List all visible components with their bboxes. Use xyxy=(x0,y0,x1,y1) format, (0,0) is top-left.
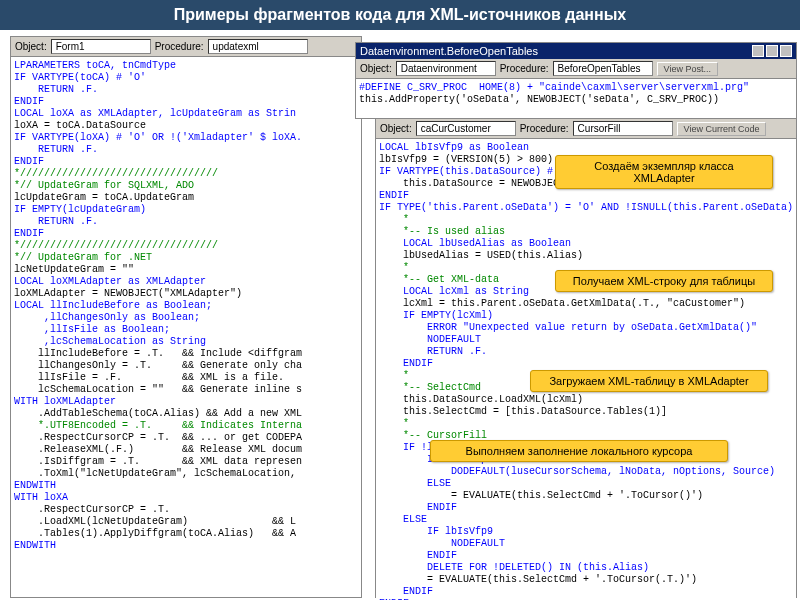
callout-create-xmladapter: Создаём экземпляр класса XMLAdapter xyxy=(555,155,773,189)
titlebar-p2: Dataenvironment.BeforeOpenTables xyxy=(356,43,796,59)
procedure-label: Procedure: xyxy=(155,41,204,52)
callout-load-xml-table: Загружаем XML-таблицу в XMLAdapter xyxy=(530,370,768,392)
procedure-label: Procedure: xyxy=(520,123,569,134)
object-label: Object: xyxy=(15,41,47,52)
object-combo[interactable]: Form1 xyxy=(51,39,151,54)
code-panel-left: Object: Form1 Procedure: updatexml LPARA… xyxy=(10,36,362,598)
procedure-label: Procedure: xyxy=(500,63,549,74)
close-icon[interactable] xyxy=(780,45,792,57)
toolbar-p1: Object: Form1 Procedure: updatexml xyxy=(11,37,361,57)
maximize-icon[interactable] xyxy=(766,45,778,57)
object-combo[interactable]: Dataenvironment xyxy=(396,61,496,76)
procedure-combo[interactable]: BeforeOpenTables xyxy=(553,61,653,76)
view-button[interactable]: View Post... xyxy=(657,62,718,76)
callout-fill-cursor: Выполняем заполнение локального курсора xyxy=(430,440,728,462)
toolbar-p3: Object: caCurCustomer Procedure: CursorF… xyxy=(376,119,796,139)
slide-title: Примеры фрагментов кода для XML-источник… xyxy=(0,0,800,30)
minimize-icon[interactable] xyxy=(752,45,764,57)
object-label: Object: xyxy=(380,123,412,134)
toolbar-p2: Object: Dataenvironment Procedure: Befor… xyxy=(356,59,796,79)
code-area-1[interactable]: LPARAMETERS toCA, tnCmdType IF VARTYPE(t… xyxy=(11,57,361,555)
view-button[interactable]: View Current Code xyxy=(677,122,767,136)
object-combo[interactable]: caCurCustomer xyxy=(416,121,516,136)
code-area-2[interactable]: #DEFINE C_SRV_PROC HOME(8) + "cainde\cax… xyxy=(356,79,796,109)
code-panel-top-right: Dataenvironment.BeforeOpenTables Object:… xyxy=(355,42,797,119)
code-panel-bottom-right: Object: caCurCustomer Procedure: CursorF… xyxy=(375,118,797,598)
callout-get-xml-string: Получаем XML-строку для таблицы xyxy=(555,270,773,292)
window-title: Dataenvironment.BeforeOpenTables xyxy=(360,45,750,57)
object-label: Object: xyxy=(360,63,392,74)
procedure-combo[interactable]: updatexml xyxy=(208,39,308,54)
procedure-combo[interactable]: CursorFill xyxy=(573,121,673,136)
